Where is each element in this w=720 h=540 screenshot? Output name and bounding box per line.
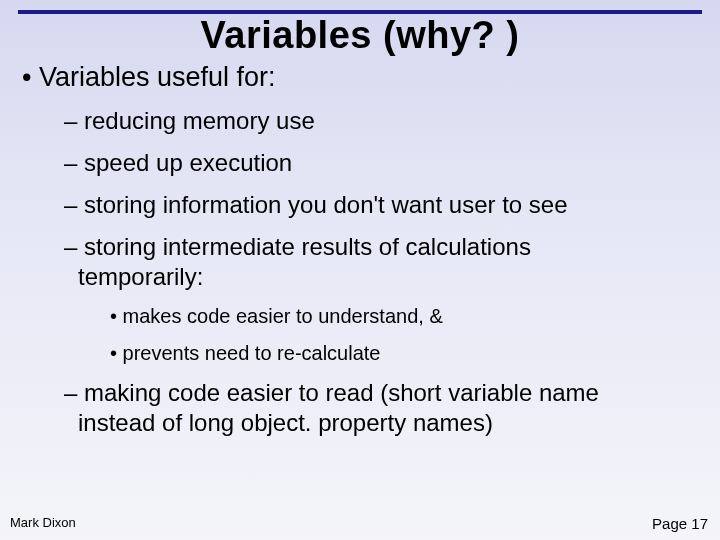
bullet-level1: • Variables useful for: — [22, 62, 702, 93]
bullet-level2: – storing information you don't want use… — [64, 191, 702, 219]
bullet-level2: – speed up execution — [64, 149, 702, 177]
bullet-level3: • prevents need to re-calculate — [110, 342, 702, 365]
footer-author: Mark Dixon — [10, 515, 76, 530]
bullet-level3: • makes code easier to understand, & — [110, 305, 702, 328]
footer-page: Page 17 — [652, 515, 708, 532]
bullet-level2-cont: instead of long object. property names) — [78, 409, 702, 437]
bullet-level2: – reducing memory use — [64, 107, 702, 135]
slide: Variables (why? ) • Variables useful for… — [0, 0, 720, 540]
bullet-level2: – storing intermediate results of calcul… — [64, 233, 702, 261]
content-area: • Variables useful for: – reducing memor… — [18, 62, 702, 500]
bullet-level2: – making code easier to read (short vari… — [64, 379, 702, 407]
bullet-level2-cont: temporarily: — [78, 263, 702, 291]
slide-title: Variables (why? ) — [0, 14, 720, 57]
